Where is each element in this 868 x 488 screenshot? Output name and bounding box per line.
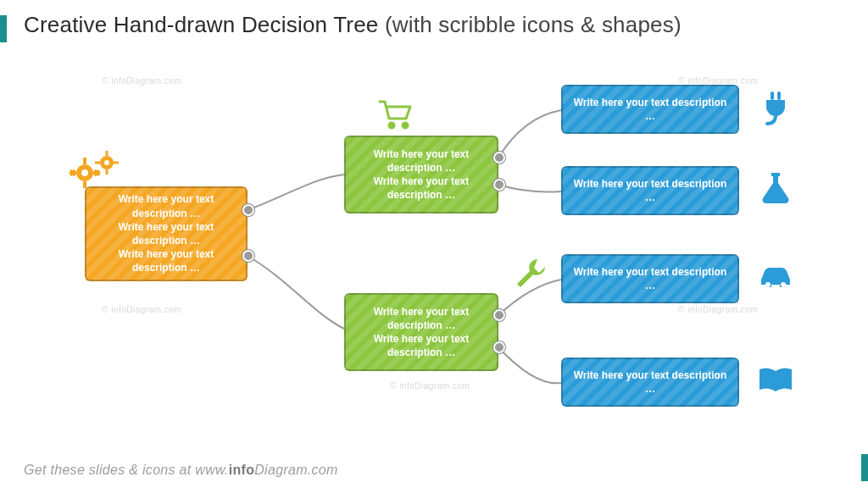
svg-point-21 — [781, 282, 786, 287]
svg-rect-3 — [83, 181, 86, 188]
connector-anchor — [493, 179, 505, 191]
footer-brand-prefix: www. — [195, 463, 228, 477]
book-icon — [756, 361, 795, 400]
root-node-text: Write here your text description …Write … — [97, 192, 236, 274]
accent-bar-right — [861, 454, 868, 481]
car-icon — [756, 256, 795, 295]
watermark: © infoDiagram.com — [678, 305, 758, 314]
mid-top-node-text: Write here your text description …Write … — [356, 147, 487, 202]
leaf-node-1[interactable]: Write here your text description … — [561, 85, 739, 134]
svg-rect-2 — [83, 158, 86, 164]
footer-brand-bold: info — [229, 463, 255, 477]
connector-anchor — [493, 341, 505, 353]
flask-icon — [756, 168, 795, 207]
svg-point-20 — [765, 282, 771, 287]
mid-bottom-node-text: Write here your text description …Write … — [356, 305, 487, 360]
leaf-node-2-text: Write here your text description … — [573, 177, 727, 204]
title-sub: (with scribble icons & shapes) — [385, 12, 682, 37]
svg-rect-15 — [114, 162, 119, 164]
svg-rect-13 — [106, 169, 108, 175]
connector-anchor — [242, 204, 254, 216]
connector-anchor — [493, 309, 505, 321]
connector-anchor — [242, 250, 254, 262]
svg-point-16 — [389, 123, 394, 128]
leaf-node-4-text: Write here your text description … — [573, 369, 727, 396]
leaf-node-4[interactable]: Write here your text description … — [561, 358, 739, 407]
footer-prefix: Get these slides & icons at — [24, 463, 195, 477]
svg-point-1 — [81, 169, 88, 176]
svg-rect-14 — [95, 162, 100, 164]
gears-icon — [66, 151, 125, 188]
watermark: © infoDiagram.com — [102, 76, 181, 86]
footer-brand-rest: Diagram.com — [254, 463, 337, 477]
root-node[interactable]: Write here your text description …Write … — [85, 186, 248, 281]
watermark: © infoDiagram.com — [390, 381, 470, 391]
leaf-node-3[interactable]: Write here your text description … — [561, 254, 739, 303]
svg-rect-19 — [777, 92, 781, 100]
wrench-icon — [512, 254, 551, 293]
watermark: © infoDiagram.com — [102, 305, 181, 314]
svg-point-17 — [403, 123, 408, 128]
title-main: Creative Hand-drawn Decision Tree — [24, 12, 378, 37]
leaf-node-1-text: Write here your text description … — [573, 96, 727, 123]
cart-icon — [376, 95, 415, 134]
svg-point-11 — [104, 160, 109, 165]
svg-rect-18 — [771, 92, 774, 100]
leaf-node-3-text: Write here your text description … — [573, 265, 727, 292]
mid-top-node[interactable]: Write here your text description …Write … — [344, 136, 498, 214]
page-title: Creative Hand-drawn Decision Tree (with … — [24, 12, 851, 38]
leaf-node-2[interactable]: Write here your text description … — [561, 166, 739, 215]
connector-anchor — [493, 152, 505, 164]
accent-bar-left — [0, 15, 7, 42]
plug-icon — [756, 88, 795, 127]
footer-text: Get these slides & icons at www.infoDiag… — [24, 463, 338, 478]
svg-rect-12 — [106, 151, 108, 156]
mid-bottom-node[interactable]: Write here your text description …Write … — [344, 293, 498, 371]
